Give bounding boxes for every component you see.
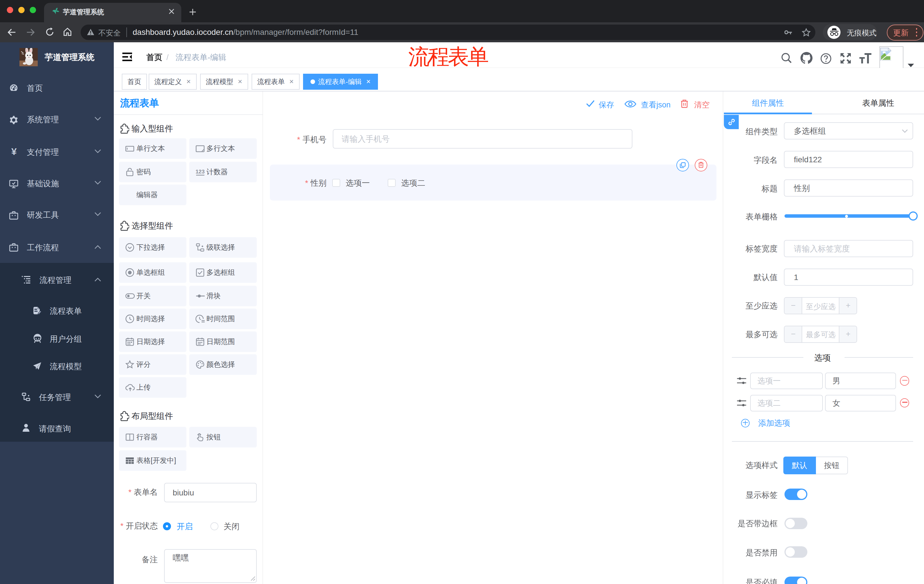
svg-text:123: 123 xyxy=(195,168,205,174)
